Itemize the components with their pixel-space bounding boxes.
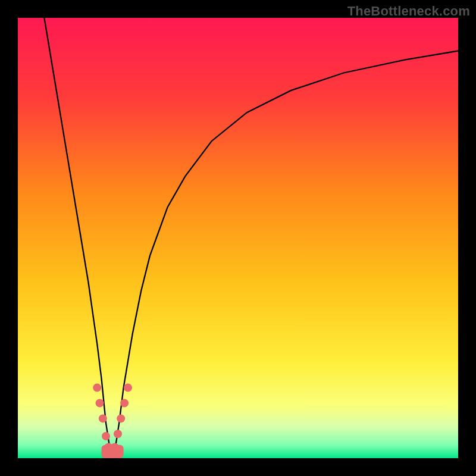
- watermark-text: TheBottleneck.com: [347, 4, 470, 19]
- bottleneck-curve: [44, 18, 458, 452]
- curve-layer: [18, 18, 458, 458]
- svg-point-12: [124, 384, 132, 392]
- svg-point-11: [120, 399, 129, 408]
- svg-point-5: [102, 432, 110, 440]
- svg-point-10: [117, 414, 125, 422]
- svg-point-2: [93, 384, 101, 392]
- chart-frame: TheBottleneck.com: [0, 0, 476, 476]
- svg-point-4: [99, 414, 107, 422]
- plot-area: [18, 18, 458, 458]
- highlight-dots: [93, 384, 132, 456]
- svg-point-9: [114, 430, 122, 438]
- svg-point-3: [96, 399, 104, 408]
- svg-point-8: [111, 443, 119, 452]
